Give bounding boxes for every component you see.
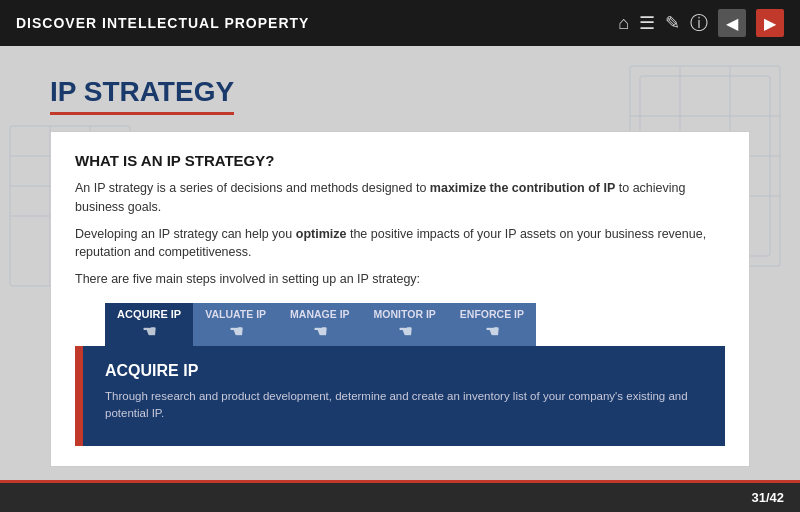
active-step-title: ACQUIRE IP xyxy=(105,362,707,380)
touch-icon-acquire: ☚ xyxy=(117,322,181,341)
page-counter: 31/42 xyxy=(751,490,784,505)
touch-icon-valuate: ☚ xyxy=(205,322,266,341)
paragraph-2: Developing an IP strategy can help you o… xyxy=(75,225,725,263)
touch-icon-monitor: ☚ xyxy=(374,322,436,341)
touch-icon-enforce: ☚ xyxy=(460,322,524,341)
para1-normal1: An IP strategy is a series of decisions … xyxy=(75,181,430,195)
active-step-description: Through research and product development… xyxy=(105,388,707,423)
prev-button[interactable]: ◀ xyxy=(718,9,746,37)
paragraph-1: An IP strategy is a series of decisions … xyxy=(75,179,725,217)
step-tab-manage[interactable]: MANAGE IP ☚ xyxy=(278,303,362,346)
edit-icon[interactable]: ✎ xyxy=(665,12,680,34)
step-tab-valuate[interactable]: VALUATE IP ☚ xyxy=(193,303,278,346)
step-tab-monitor[interactable]: MONITOR IP ☚ xyxy=(362,303,448,346)
info-icon[interactable]: ⓘ xyxy=(690,11,708,35)
para1-bold: maximize the contribution of IP xyxy=(430,181,615,195)
step-detail-inner: ACQUIRE IP Through research and product … xyxy=(105,362,707,423)
paragraph-3: There are five main steps involved in se… xyxy=(75,270,725,289)
home-icon[interactable]: ⌂ xyxy=(618,13,629,34)
step-tab-acquire[interactable]: ACQUIRE IP ☚ xyxy=(105,303,193,346)
content-box: WHAT IS AN IP STRATEGY? An IP strategy i… xyxy=(50,131,750,467)
footer: 31/42 xyxy=(0,480,800,512)
steps-wrapper: ACQUIRE IP ☚ VALUATE IP ☚ MANAGE IP ☚ MO… xyxy=(75,303,725,447)
step-detail: ACQUIRE IP Through research and product … xyxy=(75,346,725,447)
header: DISCOVER INTELLECTUAL PROPERTY ⌂ ☰ ✎ ⓘ ◀… xyxy=(0,0,800,46)
main-content: IP STRATEGY WHAT IS AN IP STRATEGY? An I… xyxy=(0,46,800,480)
header-title: DISCOVER INTELLECTUAL PROPERTY xyxy=(16,15,309,31)
header-icons: ⌂ ☰ ✎ ⓘ ◀ ▶ xyxy=(618,9,784,37)
para2-bold: optimize xyxy=(296,227,347,241)
step-tab-enforce[interactable]: ENFORCE IP ☚ xyxy=(448,303,536,346)
page-title: IP STRATEGY xyxy=(50,76,234,115)
para2-normal1: Developing an IP strategy can help you xyxy=(75,227,296,241)
next-button[interactable]: ▶ xyxy=(756,9,784,37)
steps-tabs: ACQUIRE IP ☚ VALUATE IP ☚ MANAGE IP ☚ MO… xyxy=(105,303,725,346)
section-title: WHAT IS AN IP STRATEGY? xyxy=(75,152,725,169)
touch-icon-manage: ☚ xyxy=(290,322,350,341)
list-icon[interactable]: ☰ xyxy=(639,12,655,34)
